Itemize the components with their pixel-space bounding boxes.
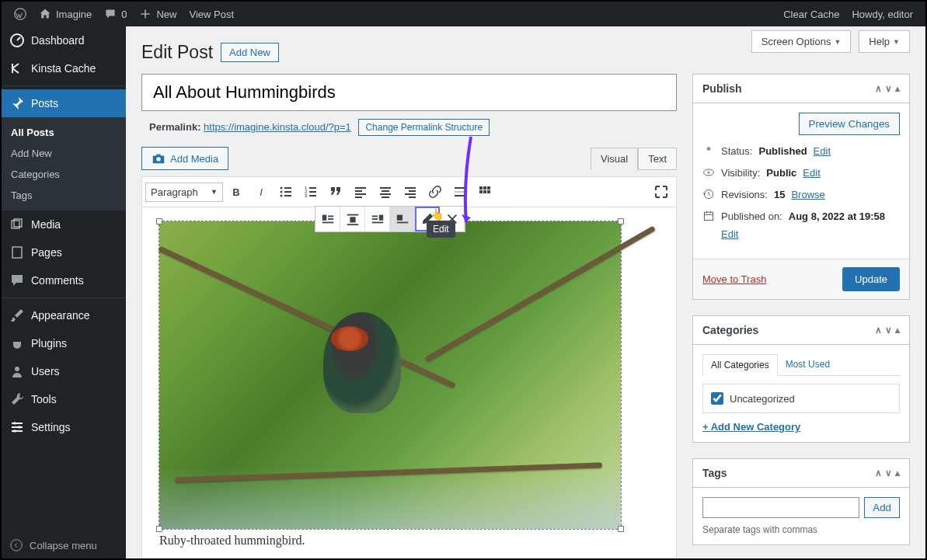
sidebar-item-plugins[interactable]: Plugins xyxy=(2,329,126,357)
link-button[interactable] xyxy=(423,180,447,203)
sidebar-item-media[interactable]: Media xyxy=(2,210,126,238)
add-new-button[interactable]: Add New xyxy=(221,43,279,62)
tab-visual[interactable]: Visual xyxy=(591,148,638,170)
howdy[interactable]: Howdy, editor xyxy=(845,2,919,26)
bullet-list-button[interactable] xyxy=(274,180,298,203)
category-checkbox[interactable] xyxy=(711,392,723,405)
kinsta-icon xyxy=(9,61,25,76)
panel-up-icon[interactable]: ∧ xyxy=(875,83,882,94)
sidebar-item-users[interactable]: Users xyxy=(2,357,126,385)
panel-down-icon[interactable]: ∨ xyxy=(885,325,892,336)
quote-button[interactable] xyxy=(324,180,347,203)
img-align-center-button[interactable] xyxy=(340,207,365,231)
sidebar-item-pages[interactable]: Pages xyxy=(2,238,126,266)
user-icon xyxy=(9,363,25,379)
svg-rect-26 xyxy=(355,190,362,192)
svg-rect-17 xyxy=(284,191,291,193)
chevron-down-icon: ▼ xyxy=(893,38,900,46)
post-image[interactable] xyxy=(159,221,621,529)
preview-changes-button[interactable]: Preview Changes xyxy=(799,113,900,135)
revisions-browse-link[interactable]: Browse xyxy=(791,189,824,200)
site-name[interactable]: Imagine xyxy=(33,2,98,26)
status-edit-link[interactable]: Edit xyxy=(814,145,831,157)
fullscreen-button[interactable] xyxy=(650,180,673,203)
editor-body[interactable]: Edit 👆 Ruby-throated hummingbird. xyxy=(141,207,677,558)
clear-cache[interactable]: Clear Cache xyxy=(777,2,845,26)
comments-link[interactable]: 0 xyxy=(98,2,133,26)
panel-toggle-icon[interactable]: ▴ xyxy=(895,325,900,336)
sidebar-item-posts[interactable]: Posts xyxy=(2,89,126,117)
chevron-down-icon: ▼ xyxy=(834,38,841,46)
sidebar-item-appearance[interactable]: Appearance xyxy=(2,301,126,329)
sidebar-item-all-posts[interactable]: All Posts xyxy=(2,122,126,143)
collapse-menu[interactable]: Collapse menu xyxy=(2,532,126,558)
panel-toggle-icon[interactable]: ▴ xyxy=(895,468,900,478)
panel-up-icon[interactable]: ∧ xyxy=(875,325,882,336)
img-align-left-button[interactable] xyxy=(315,207,340,231)
visibility-edit-link[interactable]: Edit xyxy=(803,167,820,179)
align-center-button[interactable] xyxy=(374,180,397,203)
svg-rect-48 xyxy=(328,218,333,220)
sidebar-item-kinsta[interactable]: Kinsta Cache xyxy=(2,54,126,82)
sidebar-item-add-new[interactable]: Add New xyxy=(2,143,126,164)
svg-point-59 xyxy=(707,147,711,151)
category-uncategorized[interactable]: Uncategorized xyxy=(711,392,891,405)
tab-text[interactable]: Text xyxy=(638,148,677,170)
toolbar-toggle-button[interactable] xyxy=(473,180,497,203)
panel-down-icon[interactable]: ∨ xyxy=(885,468,892,478)
move-to-trash-link[interactable]: Move to Trash xyxy=(702,273,766,285)
published-edit-link[interactable]: Edit xyxy=(721,228,900,240)
sliders-icon xyxy=(9,419,25,435)
svg-rect-37 xyxy=(455,187,465,189)
add-tag-button[interactable]: Add xyxy=(864,497,900,518)
tag-input[interactable] xyxy=(702,497,859,518)
italic-button[interactable]: I xyxy=(249,180,273,203)
img-align-right-button[interactable] xyxy=(365,207,390,231)
permalink-url[interactable]: https://imagine.kinsta.cloud/?p=1 xyxy=(204,121,351,133)
tab-all-categories[interactable]: All Categories xyxy=(702,354,778,376)
change-permalink-button[interactable]: Change Permalink Structure xyxy=(358,119,490,136)
tab-most-used[interactable]: Most Used xyxy=(778,354,838,375)
new-content[interactable]: New xyxy=(133,2,183,26)
img-align-none-button[interactable] xyxy=(390,207,415,231)
sidebar-item-categories[interactable]: Categories xyxy=(2,164,126,185)
chevron-down-icon: ▼ xyxy=(211,188,218,196)
add-media-button[interactable]: Add Media xyxy=(141,147,228,170)
panel-up-icon[interactable]: ∧ xyxy=(875,468,882,478)
svg-rect-38 xyxy=(455,191,465,193)
sidebar-item-comments[interactable]: Comments xyxy=(2,266,126,294)
svg-rect-30 xyxy=(382,190,389,192)
page-icon xyxy=(9,245,25,260)
sidebar-item-settings[interactable]: Settings xyxy=(2,413,126,441)
svg-rect-57 xyxy=(396,215,402,221)
svg-rect-27 xyxy=(355,193,366,195)
collapse-icon xyxy=(9,538,23,552)
published-value: Aug 8, 2022 at 19:58 xyxy=(789,210,885,222)
svg-rect-45 xyxy=(487,190,490,193)
visibility-label: Visibility: xyxy=(721,167,760,179)
panel-toggle-icon[interactable]: ▴ xyxy=(895,83,900,94)
tag-hint: Separate tags with commas xyxy=(702,524,900,535)
sidebar-item-dashboard[interactable]: Dashboard xyxy=(2,26,126,54)
panel-down-icon[interactable]: ∨ xyxy=(885,83,892,94)
wp-logo[interactable] xyxy=(8,2,33,26)
update-button[interactable]: Update xyxy=(842,267,900,291)
align-right-button[interactable] xyxy=(399,180,422,203)
sidebar-item-tools[interactable]: Tools xyxy=(2,385,126,413)
sidebar-label: Posts xyxy=(31,97,58,110)
add-category-link[interactable]: + Add New Category xyxy=(702,421,800,433)
svg-rect-22 xyxy=(309,187,316,189)
align-left-button[interactable] xyxy=(349,180,372,203)
help-button[interactable]: Help▼ xyxy=(859,30,910,53)
bold-button[interactable]: B xyxy=(225,180,248,203)
publish-panel-title: Publish xyxy=(702,82,742,95)
number-list-button[interactable]: 123 xyxy=(299,180,322,203)
svg-rect-44 xyxy=(483,190,486,193)
readmore-button[interactable] xyxy=(448,180,472,203)
screen-options-button[interactable]: Screen Options▼ xyxy=(751,30,852,53)
view-post[interactable]: View Post xyxy=(183,2,241,26)
eye-icon xyxy=(702,166,715,179)
sidebar-item-tags[interactable]: Tags xyxy=(2,185,126,206)
format-select[interactable]: Paragraph▼ xyxy=(145,183,223,202)
post-title-input[interactable] xyxy=(141,74,677,111)
